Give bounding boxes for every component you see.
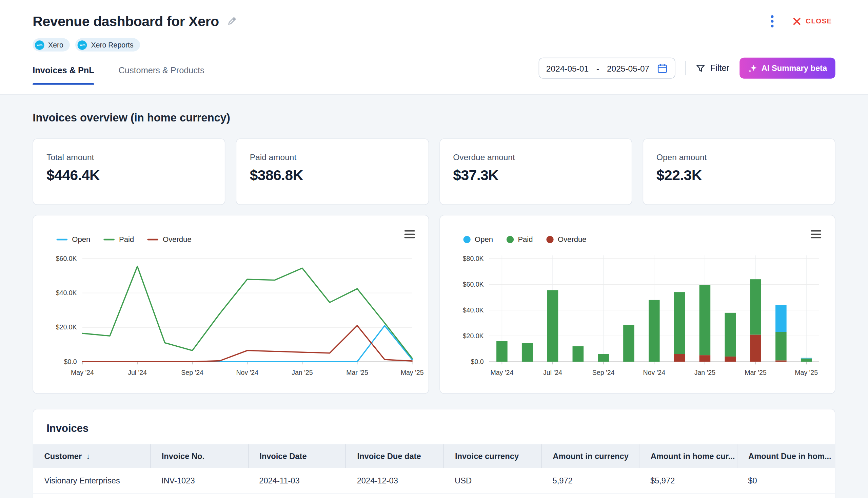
svg-text:Sep '24: Sep '24 [592, 369, 614, 376]
svg-text:$40.0K: $40.0K [463, 306, 483, 314]
column-header-invoice-date[interactable]: Invoice Date [248, 444, 346, 468]
legend-label: Paid [518, 235, 533, 244]
kebab-menu-icon[interactable] [764, 13, 781, 29]
stat-card-paid-amount: Paid amount $386.8K [236, 139, 429, 205]
toolbar: 2024-05-01 - 2025-05-07 Filter [538, 58, 836, 79]
main-content: Invoices overview (in home currency) Tot… [0, 111, 868, 498]
invoices-header-row: Customer↓Invoice No.Invoice DateInvoice … [33, 444, 835, 468]
invoices-line-chart: $0.0$20.0K$40.0K$60.0KMay '24Jul '24Sep … [34, 247, 428, 392]
svg-text:Jan '25: Jan '25 [292, 369, 313, 376]
stat-cards: Total amount $446.4K Paid amount $386.8K… [32, 139, 835, 205]
xero-logo-icon: xero [78, 40, 87, 50]
column-header-amount-in-home-cur[interactable]: Amount in home cur... [639, 444, 737, 468]
svg-text:Nov '24: Nov '24 [236, 369, 258, 376]
svg-text:Jan '25: Jan '25 [694, 369, 716, 376]
column-header-invoice-due-date[interactable]: Invoice Due date [346, 444, 443, 468]
table-row[interactable]: Visionary EnterprisesINV-10232024-11-032… [33, 468, 835, 494]
column-header-customer[interactable]: Customer↓ [33, 444, 150, 468]
svg-text:Sep '24: Sep '24 [181, 369, 203, 376]
svg-text:$40.0K: $40.0K [56, 289, 77, 297]
stat-card-open-amount: Open amount $22.3K [642, 139, 836, 205]
column-header-invoice-currency[interactable]: Invoice currency [443, 444, 541, 468]
legend-item-overdue[interactable]: Overdue [147, 235, 191, 244]
overdue-swatch-icon [546, 236, 553, 243]
invoices-title: Invoices [33, 409, 835, 444]
bar-chart-legend: OpenPaidOverdue [463, 235, 587, 244]
legend-item-paid[interactable]: Paid [103, 235, 134, 244]
svg-text:$60.0K: $60.0K [463, 280, 483, 288]
header: Revenue dashboard for Xero CLOSE xero Xe… [0, 0, 868, 95]
legend-label: Overdue [163, 235, 191, 244]
ai-summary-label: AI Summary beta [762, 64, 827, 73]
svg-text:$0.0: $0.0 [64, 358, 77, 365]
legend-label: Open [475, 235, 493, 244]
column-header-amount-due-in-hom[interactable]: Amount Due in hom... [737, 444, 835, 468]
svg-text:Nov '24: Nov '24 [643, 369, 665, 376]
ai-summary-button[interactable]: AI Summary beta [739, 58, 835, 79]
legend-item-overdue[interactable]: Overdue [546, 235, 587, 244]
table-cell: USD [443, 468, 541, 494]
paid-swatch-icon [103, 239, 115, 240]
invoices-section: Invoices Customer↓Invoice No.Invoice Dat… [32, 409, 835, 498]
legend-item-open[interactable]: Open [463, 235, 493, 244]
chart-menu-icon[interactable] [404, 230, 415, 240]
svg-text:$20.0K: $20.0K [56, 323, 77, 331]
chart-menu-icon[interactable] [810, 230, 822, 240]
svg-text:Jul '24: Jul '24 [128, 369, 147, 376]
edit-title-icon[interactable] [227, 16, 237, 26]
column-header-invoice-no[interactable]: Invoice No. [150, 444, 248, 468]
table-row-partial [33, 494, 835, 498]
legend-label: Overdue [558, 235, 587, 244]
open-swatch-icon [57, 239, 68, 240]
svg-text:$80.0K: $80.0K [463, 255, 483, 262]
line-chart-legend: OpenPaidOverdue [57, 235, 191, 244]
svg-text:$20.0K: $20.0K [463, 332, 483, 340]
close-label: CLOSE [806, 17, 832, 25]
stat-value: $37.3K [453, 167, 618, 184]
legend-item-open[interactable]: Open [57, 235, 91, 244]
source-badge-xero-reports[interactable]: xero Xero Reports [76, 38, 140, 52]
paid-swatch-icon [506, 236, 513, 243]
invoices-table: Customer↓Invoice No.Invoice DateInvoice … [33, 444, 835, 498]
sparkle-icon [748, 63, 757, 73]
close-icon [793, 17, 801, 25]
open-swatch-icon [463, 236, 470, 243]
close-button[interactable]: CLOSE [790, 16, 836, 26]
legend-label: Open [72, 235, 90, 244]
date-start: 2024-05-01 [546, 63, 589, 73]
date-range-picker[interactable]: 2024-05-01 - 2025-05-07 [538, 58, 676, 79]
stat-value: $446.4K [46, 167, 212, 184]
svg-text:Mar '25: Mar '25 [346, 369, 368, 376]
xero-logo-icon: xero [35, 40, 44, 50]
svg-text:$0.0: $0.0 [471, 358, 483, 365]
table-cell: 5,972 [542, 468, 639, 494]
invoices-bar-chart: $0.0$20.0K$40.0K$60.0K$80.0KMay '24Jul '… [440, 247, 834, 392]
tab-customers-products[interactable]: Customers & Products [119, 65, 204, 85]
svg-text:May '24: May '24 [71, 369, 94, 376]
legend-item-paid[interactable]: Paid [506, 235, 533, 244]
table-cell: 2024-12-03 [346, 468, 443, 494]
stat-label: Total amount [46, 152, 212, 162]
filter-label: Filter [710, 63, 729, 73]
column-header-amount-in-currency[interactable]: Amount in currency [542, 444, 639, 468]
stat-value: $386.8K [250, 167, 415, 184]
section-title: Invoices overview (in home currency) [32, 111, 835, 124]
svg-text:Mar '25: Mar '25 [744, 369, 766, 376]
title-row: Revenue dashboard for Xero CLOSE [32, 12, 835, 30]
stat-card-total-amount: Total amount $446.4K [32, 139, 226, 205]
table-cell: INV-1023 [150, 468, 248, 494]
table-cell: Visionary Enterprises [33, 468, 150, 494]
charts-row: OpenPaidOverdue $0.0$20.0K$40.0K$60.0KMa… [32, 215, 835, 394]
table-cell: $0 [737, 468, 835, 494]
date-end: 2025-05-07 [607, 63, 649, 73]
tabs-row: Invoices & PnL Customers & Products 2024… [32, 52, 835, 85]
filter-button[interactable]: Filter [696, 63, 729, 73]
svg-text:$60.0K: $60.0K [56, 255, 77, 262]
source-badge-xero[interactable]: xero Xero [32, 38, 70, 52]
source-badges: xero Xero xero Xero Reports [32, 38, 835, 52]
page-title: Revenue dashboard for Xero [32, 13, 219, 29]
date-separator: - [597, 63, 599, 73]
tab-invoices-pnl[interactable]: Invoices & PnL [32, 65, 94, 85]
badge-label: Xero [48, 41, 63, 49]
filter-icon [696, 63, 705, 73]
